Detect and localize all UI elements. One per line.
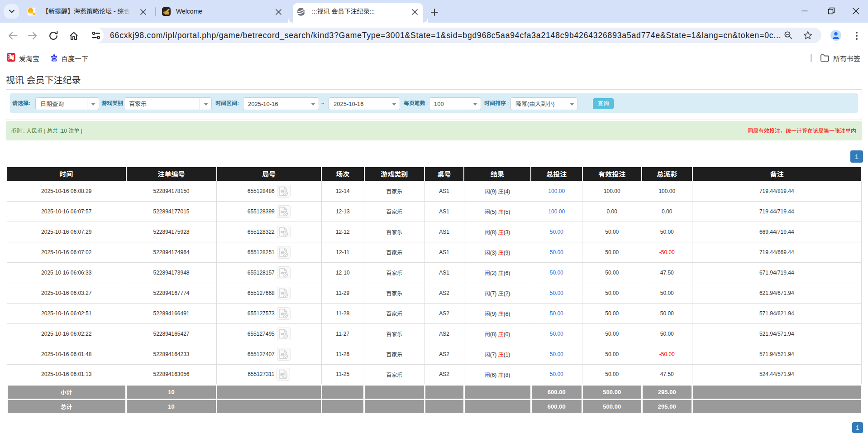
svg-text:du: du (52, 58, 56, 61)
